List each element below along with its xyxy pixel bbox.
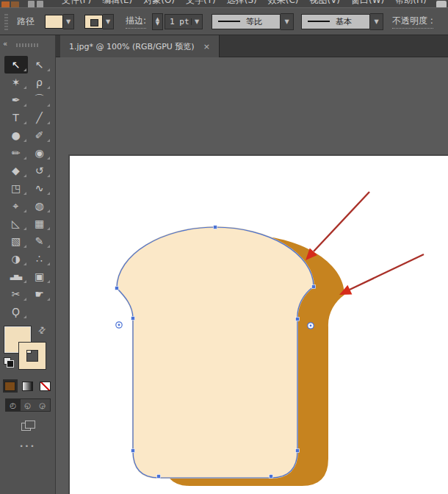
mesh-tool[interactable]: ▦: [28, 215, 51, 232]
eraser-tool[interactable]: ◆: [4, 162, 28, 179]
tool-grid: ↖↖✶ρ✒⌒T╱●✐✏◉◆↺◳∿⌖◍◺▦▧✎◑∴▃▆▄▣✂☛Ϙ: [0, 56, 55, 321]
panel-grip-icon[interactable]: [4, 12, 8, 30]
stroke-weight-stepper[interactable]: ▲ ▼: [152, 13, 163, 30]
puppet-warp-tool[interactable]: ⌖: [4, 197, 28, 215]
workspace-switcher-icon[interactable]: [436, 1, 447, 7]
drawing-mode-2[interactable]: ◶: [35, 399, 50, 411]
fill-stroke-proxy: ⇄: [0, 325, 55, 373]
color-button[interactable]: [3, 379, 18, 393]
menu-item-8[interactable]: 帮助(H): [395, 0, 426, 7]
drawing-mode-1[interactable]: ◵: [21, 399, 35, 411]
gradient-button[interactable]: [21, 379, 35, 393]
blend-tool[interactable]: ◑: [4, 250, 28, 268]
screen-mode-button[interactable]: [21, 420, 35, 431]
anchor-point-5[interactable]: [131, 449, 135, 453]
anchor-point-0[interactable]: [214, 226, 217, 229]
menu-item-0[interactable]: 文件(F): [62, 0, 91, 7]
gradient-tool[interactable]: ▧: [4, 232, 28, 250]
fill-dropdown-chevron-icon[interactable]: ▼: [63, 14, 74, 29]
menu-item-3[interactable]: 文字(T): [186, 0, 216, 7]
pen-tool[interactable]: ✒: [4, 91, 28, 109]
panel-drag-grip-icon[interactable]: [16, 43, 40, 47]
lasso-tool[interactable]: ρ: [28, 74, 51, 91]
document-tab-bar: 1.jpg* @ 100% (RGB/GPU 预览) ×: [56, 35, 448, 57]
drawing-mode-0[interactable]: ◴: [6, 399, 21, 411]
stroke-weight-input[interactable]: 1 pt ▼: [165, 14, 203, 29]
slice-tool[interactable]: ✂: [4, 285, 28, 303]
perspective-grid-tool[interactable]: ◺: [4, 215, 28, 232]
menu-item-5[interactable]: 效果(C): [268, 0, 299, 7]
stroke-proxy-swatch[interactable]: [19, 343, 46, 369]
anchor-point-8[interactable]: [270, 475, 273, 479]
menu-item-1[interactable]: 编辑(E): [102, 0, 132, 7]
none-button[interactable]: [38, 379, 53, 393]
anchor-point-2[interactable]: [312, 285, 316, 289]
anchor-point-6[interactable]: [296, 449, 300, 453]
magic-wand-tool[interactable]: ✶: [4, 74, 28, 91]
shape-builder-tool[interactable]: ◍: [28, 197, 51, 215]
brush-definition-preview[interactable]: 基本: [301, 14, 370, 29]
line-segment-tool[interactable]: ╱: [28, 109, 51, 126]
tools-panel-header: «: [0, 35, 55, 56]
bridge-icon[interactable]: [28, 1, 35, 7]
brush-definition-control[interactable]: 基本 ▼: [301, 13, 383, 30]
direct-selection-tool[interactable]: ↖: [28, 56, 51, 74]
profile-line-icon: [218, 21, 240, 22]
default-fill-stroke-icon[interactable]: [4, 357, 14, 368]
edit-toolbar-button[interactable]: •••: [0, 443, 55, 450]
stroke-color-swatch[interactable]: [84, 15, 103, 29]
stroke-dropdown-chevron-icon[interactable]: ▼: [103, 14, 114, 29]
artboard-svg[interactable]: [56, 57, 448, 494]
anchor-point-3[interactable]: [131, 317, 135, 321]
control-bar: 路径 ▼ ▼ 描边: ▲ ▼ 1 pt ▼ 等比 ▼ 基本: [0, 7, 448, 35]
width-profile-control[interactable]: 等比 ▼: [212, 13, 294, 30]
swap-fill-stroke-icon[interactable]: ⇄: [36, 323, 48, 336]
menu-item-7[interactable]: 窗口(W): [351, 0, 384, 7]
width-tool[interactable]: ∿: [28, 179, 51, 197]
corner-widget-dot-1: [310, 325, 312, 327]
arrange-documents-icon[interactable]: [37, 1, 43, 7]
selection-tool[interactable]: ↖: [4, 56, 28, 74]
type-tool[interactable]: T: [4, 109, 28, 126]
stroke-weight-chevron-icon[interactable]: ▼: [191, 18, 202, 25]
width-profile-value: 等比: [246, 16, 262, 27]
anchor-point-4[interactable]: [296, 318, 300, 321]
stroke-weight-value[interactable]: 1 pt: [165, 17, 191, 26]
blob-brush-tool[interactable]: ◉: [28, 144, 51, 162]
fill-color-swatch[interactable]: [45, 15, 63, 29]
document-tab[interactable]: 1.jpg* @ 100% (RGB/GPU 预览) ×: [60, 35, 220, 57]
brush-definition-chevron-icon[interactable]: ▼: [370, 13, 383, 30]
menu-item-6[interactable]: 视图(V): [309, 0, 340, 7]
stepper-down-icon[interactable]: ▼: [156, 21, 159, 26]
menu-item-4[interactable]: 选择(S): [227, 0, 257, 7]
app-logo-icon: [1, 1, 19, 7]
selection-type-label: 路径: [17, 15, 35, 28]
eyedropper-tool[interactable]: ✎: [28, 232, 51, 250]
fill-color-control[interactable]: ▼: [45, 14, 74, 29]
stroke-weight-label[interactable]: 描边:: [126, 15, 146, 29]
ellipse-tool[interactable]: ●: [4, 126, 28, 144]
paintbrush-tool[interactable]: ✐: [28, 126, 51, 144]
bread-face-shape[interactable]: [117, 227, 314, 478]
hand-tool[interactable]: ☛: [28, 285, 51, 303]
width-profile-chevron-icon[interactable]: ▼: [281, 13, 294, 30]
column-graph-tool[interactable]: ▃▆▄: [4, 268, 28, 285]
symbol-sprayer-tool[interactable]: ∴: [28, 250, 51, 268]
zoom-tool[interactable]: Ϙ: [4, 303, 28, 321]
anchor-point-7[interactable]: [157, 475, 161, 479]
anchor-point-1[interactable]: [115, 287, 119, 290]
scale-tool[interactable]: ◳: [4, 179, 28, 197]
artboard-tool[interactable]: ▣: [28, 268, 51, 285]
menu-item-2[interactable]: 对象(O): [143, 0, 175, 7]
curvature-tool[interactable]: ⌒: [28, 91, 51, 109]
tab-close-icon[interactable]: ×: [203, 42, 210, 51]
width-profile-preview[interactable]: 等比: [212, 14, 281, 29]
canvas-area[interactable]: [56, 57, 448, 494]
stroke-color-control[interactable]: ▼: [84, 14, 114, 29]
opacity-label[interactable]: 不透明度 :: [392, 15, 433, 29]
collapse-panel-icon[interactable]: «: [3, 40, 7, 48]
rotate-tool[interactable]: ↺: [28, 162, 51, 179]
shaper-tool[interactable]: ✏: [4, 144, 28, 162]
none-chip-icon: [40, 382, 51, 391]
document-tab-title: 1.jpg* @ 100% (RGB/GPU 预览): [69, 41, 195, 52]
